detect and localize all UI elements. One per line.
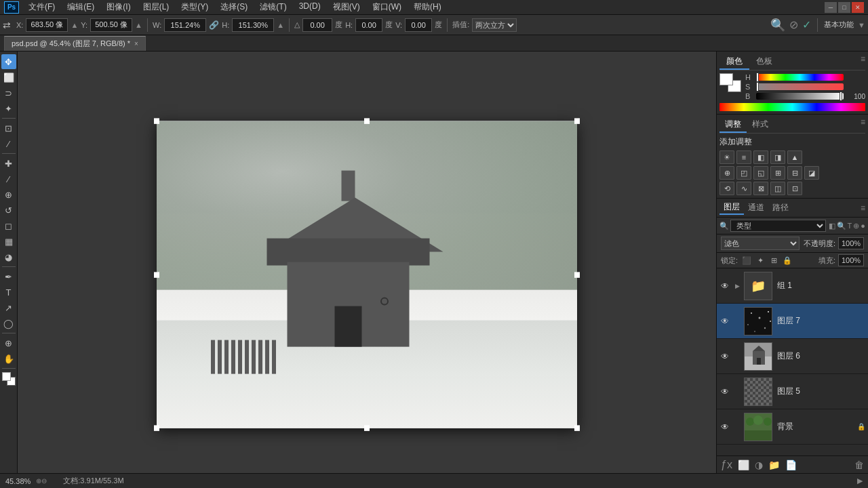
pen-tool[interactable]: ✒ <box>1 269 16 284</box>
blend-mode-select[interactable]: 滤色 <box>721 237 800 250</box>
menu-select[interactable]: 选择(S) <box>215 1 253 14</box>
adj-exposure-icon[interactable]: ◨ <box>770 150 785 164</box>
skew-v-input[interactable] <box>405 18 432 32</box>
link-wh-icon[interactable]: 🔗 <box>209 20 219 30</box>
menu-image[interactable]: 图像(I) <box>101 1 136 14</box>
w-input[interactable] <box>164 18 206 32</box>
tab-channels[interactable]: 通道 <box>744 201 768 214</box>
confirm-transform-icon[interactable]: ✓ <box>802 18 811 31</box>
minimize-button[interactable]: ─ <box>825 2 837 13</box>
eyedropper-tool[interactable]: ∕ <box>1 136 16 151</box>
tab-adjustments[interactable]: 调整 <box>719 117 747 133</box>
document-tab[interactable]: psd.psd @ 45.4% (图层 7, RGB/8) * × <box>4 36 146 51</box>
x-input[interactable] <box>26 18 68 32</box>
adj-channel-icon[interactable]: ⊟ <box>787 166 802 180</box>
brush-tool[interactable]: ∕ <box>1 171 16 186</box>
adj-vibrance-icon[interactable]: ▲ <box>787 150 802 164</box>
close-button[interactable]: ✕ <box>852 2 864 13</box>
gradient-tool[interactable]: ▦ <box>1 234 16 249</box>
layer-6-visibility-icon[interactable]: 👁 <box>719 351 730 362</box>
handle-mid-right[interactable] <box>574 272 580 277</box>
tab-layers[interactable]: 图层 <box>719 201 744 215</box>
handle-bot-mid[interactable] <box>364 426 370 431</box>
timeline-arrow-icon[interactable]: ▶ <box>857 476 863 485</box>
layer-bg-item[interactable]: 👁 背景 🔒 <box>717 409 868 445</box>
layer-group-button[interactable]: 📁 <box>768 460 780 470</box>
tab-swatches[interactable]: 色板 <box>749 54 779 70</box>
clone-tool[interactable]: ⊕ <box>1 187 16 202</box>
layers-panel-menu-icon[interactable]: ≡ <box>861 203 865 213</box>
adj-posterize-icon[interactable]: ∿ <box>736 182 751 195</box>
path-select-tool[interactable]: ↗ <box>1 300 16 315</box>
text-tool[interactable]: T <box>1 285 16 300</box>
fill-input[interactable] <box>838 254 864 266</box>
handle-top-left[interactable] <box>154 119 159 124</box>
handle-top-right[interactable] <box>574 119 580 124</box>
tab-styles[interactable]: 样式 <box>747 117 774 133</box>
search-icon[interactable]: 🔍 <box>770 18 785 33</box>
lasso-tool[interactable]: ⊃ <box>1 85 16 100</box>
adj-gradient-icon[interactable]: ◫ <box>770 182 785 195</box>
adj-curves-icon[interactable]: ◧ <box>753 150 768 164</box>
fg-bg-swatches[interactable] <box>719 73 741 92</box>
fg-swatch[interactable] <box>719 73 733 85</box>
brightness-slider[interactable] <box>756 93 844 100</box>
crop-tool[interactable]: ⊡ <box>1 121 16 136</box>
handle-top-mid[interactable] <box>364 119 370 124</box>
menu-filter[interactable]: 滤镜(T) <box>254 1 292 14</box>
filter-option-3[interactable]: T <box>848 222 852 230</box>
blur-tool[interactable]: ◕ <box>1 249 16 264</box>
cancel-transform-icon[interactable]: ⊘ <box>789 18 798 31</box>
layer-group-expand-icon[interactable]: ▶ <box>732 281 742 291</box>
hue-thumb[interactable] <box>756 73 759 82</box>
adj-colorbal-icon[interactable]: ◰ <box>736 166 751 180</box>
adj-threshold-icon[interactable]: ⊠ <box>753 182 768 195</box>
adj-levels-icon[interactable]: ≡ <box>736 150 751 164</box>
layer-new-button[interactable]: 📄 <box>785 460 797 470</box>
filter-option-4[interactable]: ⊕ <box>853 222 859 230</box>
layer-6-item[interactable]: 👁 图层 6 <box>717 339 868 374</box>
layer-5-visibility-icon[interactable]: 👁 <box>719 386 730 397</box>
tab-close-button[interactable]: × <box>134 40 138 47</box>
fg-color-swatch[interactable] <box>2 372 11 381</box>
rotate-input[interactable] <box>302 18 332 32</box>
hue-slider[interactable] <box>756 74 844 81</box>
color-spectrum-bar[interactable] <box>719 103 865 111</box>
menu-layer[interactable]: 图层(L) <box>138 1 175 14</box>
adj-invert-icon[interactable]: ⟲ <box>719 182 734 195</box>
handle-mid-left[interactable] <box>154 272 159 277</box>
zoom-tool[interactable]: ⊕ <box>1 336 16 350</box>
layer-7-visibility-icon[interactable]: 👁 <box>719 316 730 327</box>
lock-artboards-icon[interactable]: ⊞ <box>769 256 778 265</box>
adj-colorlook-icon[interactable]: ◪ <box>804 166 819 180</box>
skew-h-input[interactable] <box>355 18 382 32</box>
filter-type-select[interactable]: 类型 <box>730 220 826 232</box>
layer-delete-button[interactable]: 🗑 <box>854 460 864 470</box>
heal-tool[interactable]: ✚ <box>1 156 16 171</box>
adj-hsl-icon[interactable]: ⊕ <box>719 166 734 180</box>
color-panel-menu-icon[interactable]: ≡ <box>861 54 865 70</box>
menu-window[interactable]: 窗口(W) <box>367 1 407 14</box>
quick-select-tool[interactable]: ✦ <box>1 101 16 116</box>
saturation-slider[interactable] <box>756 83 844 90</box>
layer-5-item[interactable]: 👁 图层 5 <box>717 374 868 409</box>
handle-bot-left[interactable] <box>154 426 159 431</box>
filter-option-1[interactable]: ◧ <box>829 222 835 230</box>
layer-group-1[interactable]: 👁 ▶ 📁 组 1 <box>717 268 868 304</box>
eraser-tool[interactable]: ◻ <box>1 218 16 233</box>
shape-tool[interactable]: ◯ <box>1 316 16 331</box>
tab-color[interactable]: 颜色 <box>719 54 749 70</box>
select-rect-tool[interactable]: ⬜ <box>1 70 16 85</box>
saturation-thumb[interactable] <box>756 82 759 92</box>
menu-view[interactable]: 视图(V) <box>328 1 366 14</box>
move-tool[interactable]: ✥ <box>1 54 16 69</box>
fg-bg-colors[interactable] <box>2 372 16 386</box>
layer-7-item[interactable]: 👁 <box>717 304 868 339</box>
layer-mask-button[interactable]: ⬜ <box>738 460 749 470</box>
tab-paths[interactable]: 路径 <box>768 201 793 214</box>
history-brush-tool[interactable]: ↺ <box>1 203 16 218</box>
layer-adj-button[interactable]: ◑ <box>755 460 763 470</box>
adj-bw-icon[interactable]: ◱ <box>753 166 768 180</box>
layer-group-visibility-icon[interactable]: 👁 <box>719 281 730 291</box>
menu-type[interactable]: 类型(Y) <box>176 1 214 14</box>
